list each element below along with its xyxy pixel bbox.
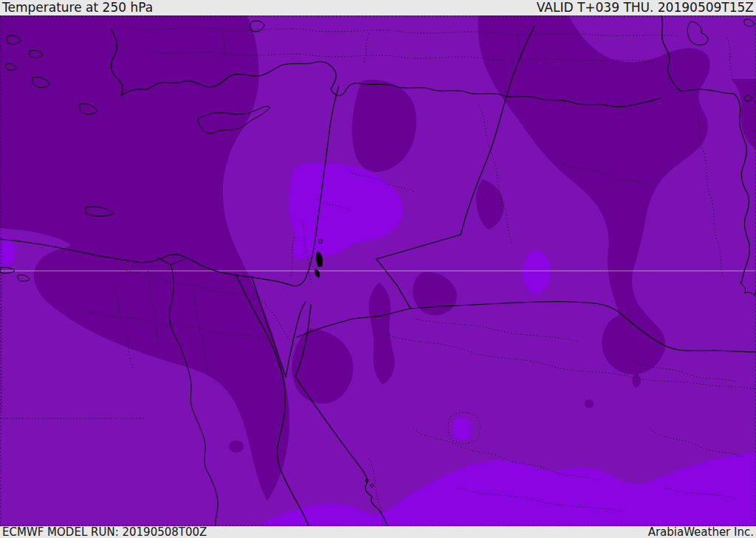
temperature-map-svg (0, 15, 756, 526)
weather-map-app: Temperature at 250 hPa VALID T+039 THU. … (0, 0, 756, 538)
valid-time-label: VALID T+039 THU. 20190509T15Z (537, 1, 754, 14)
footer-bar: ECMWF MODEL RUN: 20190508T00Z ArabiaWeat… (0, 526, 756, 538)
model-run-label: ECMWF MODEL RUN: 20190508T00Z (2, 527, 207, 538)
map-title: Temperature at 250 hPa (2, 1, 153, 14)
header-bar: Temperature at 250 hPa VALID T+039 THU. … (0, 0, 756, 15)
map-canvas (0, 15, 756, 526)
credit-label: ArabiaWeather Inc. (648, 527, 754, 538)
